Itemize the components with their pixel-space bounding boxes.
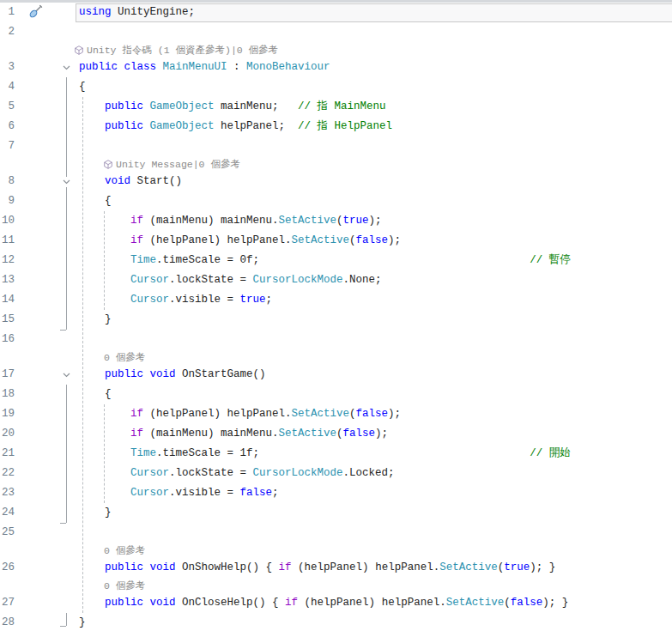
code-line: 21 Time.timeScale = 1f; // 開始 <box>0 444 672 464</box>
line-number[interactable]: 17 <box>0 365 15 385</box>
codelens-label: 0 個參考 <box>104 579 145 592</box>
line-number[interactable]: 15 <box>0 310 15 330</box>
codelens-references-link[interactable]: Unity Message|0 個參考 <box>104 156 240 172</box>
code-line: 10 if (mainMenu) mainMenu.SetActive(true… <box>0 211 672 231</box>
code-line: 18 { <box>0 385 672 404</box>
line-number[interactable]: 4 <box>0 77 15 97</box>
code-text[interactable]: { <box>79 77 86 97</box>
codelens-label: 0 個參考 <box>104 544 145 557</box>
line-number[interactable]: 8 <box>0 172 15 191</box>
line-number[interactable]: 20 <box>0 424 15 444</box>
fold-chevron-icon[interactable] <box>60 177 72 187</box>
code-line: 8 void Start() <box>0 172 672 191</box>
line-number[interactable]: 13 <box>0 270 15 290</box>
line-number[interactable]: 2 <box>0 22 15 42</box>
code-line: 16 <box>0 330 672 349</box>
chevron-down-icon <box>63 179 70 185</box>
code-line: 2 <box>0 22 672 42</box>
codelens-label: Unity 指令碼 (1 個資產參考)|0 個參考 <box>87 44 278 57</box>
code-text[interactable]: if (helpPanel) helpPanel.SetActive(false… <box>79 231 401 251</box>
codelens-references-link[interactable]: 0 個參考 <box>104 578 145 593</box>
code-text[interactable]: Cursor.visible = false; <box>79 483 279 503</box>
line-number[interactable]: 25 <box>0 523 15 543</box>
line-number[interactable]: 11 <box>0 231 15 251</box>
line-number[interactable]: 27 <box>0 593 15 613</box>
code-text[interactable]: { <box>79 385 112 404</box>
code-text[interactable]: Time.timeScale = 1f; // 開始 <box>79 444 571 464</box>
unity-cube-icon <box>104 160 112 169</box>
code-line: 3public class MainMenuUI : MonoBehaviour <box>0 58 672 77</box>
code-text[interactable]: Time.timeScale = 0f; // 暫停 <box>79 251 571 270</box>
code-line: 25 <box>0 523 672 543</box>
code-text[interactable]: void Start() <box>79 172 182 191</box>
code-line: 26 public void OnShowHelp() { if (helpPa… <box>0 558 672 578</box>
code-line: 24 } <box>0 503 672 523</box>
code-text[interactable]: { <box>79 191 112 211</box>
code-text[interactable]: } <box>79 613 86 633</box>
code-line: 22 Cursor.lockState = CursorLockMode.Loc… <box>0 464 672 483</box>
code-text[interactable]: if (helpPanel) helpPanel.SetActive(false… <box>79 404 401 424</box>
fold-chevron-icon[interactable] <box>60 370 72 380</box>
line-number[interactable]: 12 <box>0 251 15 270</box>
code-line: 28} <box>0 613 672 633</box>
line-number[interactable]: 7 <box>0 136 15 156</box>
line-number[interactable]: 18 <box>0 385 15 404</box>
code-text[interactable]: public void OnShowHelp() { if (helpPanel… <box>79 558 555 578</box>
code-text[interactable]: } <box>79 503 112 523</box>
code-line: 1using UnityEngine; <box>0 3 672 22</box>
chevron-down-icon <box>63 373 70 378</box>
quick-actions-icon[interactable] <box>28 3 44 19</box>
line-number[interactable]: 1 <box>0 3 15 22</box>
code-text[interactable]: public GameObject helpPanel; // 指 HelpPa… <box>79 117 392 136</box>
chevron-down-icon <box>63 65 70 70</box>
line-number[interactable]: 28 <box>0 613 15 633</box>
line-number[interactable]: 16 <box>0 330 15 349</box>
line-number[interactable]: 22 <box>0 464 15 483</box>
line-number[interactable]: 24 <box>0 503 15 523</box>
code-text[interactable]: using UnityEngine; <box>79 3 195 22</box>
code-line: 12 Time.timeScale = 0f; // 暫停 <box>0 251 672 270</box>
codelens-row: Unity Message|0 個參考 <box>0 156 672 172</box>
line-number[interactable]: 9 <box>0 191 15 211</box>
code-line: 15 } <box>0 310 672 330</box>
codelens-label: Unity Message|0 個參考 <box>116 158 240 171</box>
line-number[interactable]: 6 <box>0 117 15 136</box>
codelens-references-link[interactable]: Unity 指令碼 (1 個資產參考)|0 個參考 <box>75 42 278 58</box>
line-number[interactable]: 14 <box>0 290 15 310</box>
code-line: 13 Cursor.lockState = CursorLockMode.Non… <box>0 270 672 290</box>
codelens-row: 0 個參考 <box>0 543 672 558</box>
codelens-references-link[interactable]: 0 個參考 <box>104 349 145 365</box>
code-line: 27 public void OnCloseHelp() { if (helpP… <box>0 593 672 613</box>
code-line: 14 Cursor.visible = true; <box>0 290 672 310</box>
code-line: 23 Cursor.visible = false; <box>0 483 672 503</box>
line-number[interactable]: 19 <box>0 404 15 424</box>
code-line: 9 { <box>0 191 672 211</box>
line-number[interactable]: 3 <box>0 58 15 77</box>
code-text[interactable]: if (mainMenu) mainMenu.SetActive(false); <box>79 424 388 444</box>
code-text[interactable]: Cursor.lockState = CursorLockMode.Locked… <box>79 464 395 483</box>
code-line: 17 public void OnStartGame() <box>0 365 672 385</box>
line-number[interactable]: 23 <box>0 483 15 503</box>
code-text[interactable]: public class MainMenuUI : MonoBehaviour <box>79 58 330 77</box>
code-line: 11 if (helpPanel) helpPanel.SetActive(fa… <box>0 231 672 251</box>
code-text[interactable]: } <box>79 310 112 330</box>
code-text[interactable]: public GameObject mainMenu; // 指 MainMen… <box>79 97 386 117</box>
unity-cube-icon <box>75 46 83 55</box>
code-text[interactable]: Cursor.lockState = CursorLockMode.None; <box>79 270 382 290</box>
fold-chevron-icon[interactable] <box>60 63 72 73</box>
code-line: 7 <box>0 136 672 156</box>
code-editor: 1using UnityEngine;2Unity 指令碼 (1 個資產參考)|… <box>0 0 672 637</box>
line-number[interactable]: 5 <box>0 97 15 117</box>
line-number[interactable]: 10 <box>0 211 15 231</box>
code-line: 4{ <box>0 77 672 97</box>
line-number[interactable]: 26 <box>0 558 15 578</box>
codelens-row: 0 個參考 <box>0 578 672 593</box>
code-text[interactable]: public void OnStartGame() <box>79 365 266 385</box>
line-number[interactable]: 21 <box>0 444 15 464</box>
code-text[interactable]: if (mainMenu) mainMenu.SetActive(true); <box>79 211 382 231</box>
codelens-references-link[interactable]: 0 個參考 <box>104 543 145 558</box>
code-line: 5 public GameObject mainMenu; // 指 MainM… <box>0 97 672 117</box>
code-text[interactable]: Cursor.visible = true; <box>79 290 272 310</box>
code-line: 20 if (mainMenu) mainMenu.SetActive(fals… <box>0 424 672 444</box>
code-text[interactable]: public void OnCloseHelp() { if (helpPane… <box>79 593 568 613</box>
